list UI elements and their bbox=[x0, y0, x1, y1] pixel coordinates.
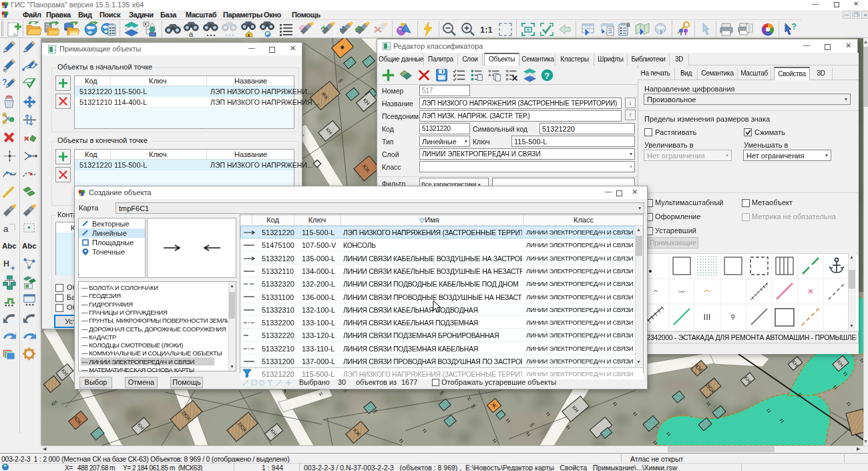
svg-text:III: III bbox=[704, 312, 711, 322]
svg-text:a: a bbox=[3, 224, 9, 234]
svg-text:?: ? bbox=[2, 77, 7, 87]
svg-text:a: a bbox=[189, 30, 194, 37]
svg-text:?: ? bbox=[791, 21, 797, 31]
svg-text:1:1: 1:1 bbox=[480, 25, 493, 35]
svg-text:?: ? bbox=[544, 71, 550, 81]
svg-text:Abc: Abc bbox=[2, 242, 17, 250]
svg-text:Abc: Abc bbox=[22, 242, 37, 250]
svg-text:a: a bbox=[626, 21, 630, 28]
svg-text:⚲: ⚲ bbox=[730, 313, 735, 321]
svg-text:DBM: DBM bbox=[70, 32, 79, 36]
svg-text:H: H bbox=[3, 259, 9, 269]
